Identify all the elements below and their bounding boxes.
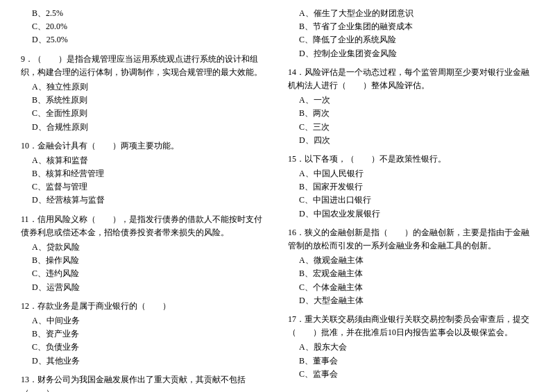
question-16-title: 16．狭义的金融创新是指（ ）的金融创新，主要是指由于金融管制的放松而引发的一系… <box>288 226 534 253</box>
question-17: 17．重大关联交易须由商业银行关联交易控制委员会审查后，提交（ ）批准，并在批准… <box>288 313 534 381</box>
q12-option-d: D、其他业务 <box>21 355 267 368</box>
q15-option-a: A、中国人民银行 <box>288 167 534 180</box>
q13-option-d: D、控制企业集团资金风险 <box>288 47 534 60</box>
question-13: 13．财务公司为我国金融发展作出了重大贡献，其贡献不包括（ ） <box>21 373 267 392</box>
q10-option-d: D、经营核算与监督 <box>21 194 267 207</box>
q12-option-c: C、负债业务 <box>21 341 267 354</box>
question-16: 16．狭义的金融创新是指（ ）的金融创新，主要是指由于金融管制的放松而引发的一系… <box>288 226 534 307</box>
q15-option-d: D、中国农业发展银行 <box>288 207 534 221</box>
question-15: 15．以下各项，（ ）不是政策性银行。 A、中国人民银行 B、国家开发银行 C、… <box>288 153 534 221</box>
q13-option-c: C、降低了企业的系统风险 <box>288 33 534 46</box>
option-b-25: B、2.5% <box>21 7 267 20</box>
q9-option-a: A、独立性原则 <box>21 80 267 94</box>
q16-option-d: D、大型金融主体 <box>288 294 534 307</box>
question-14-title: 14．风险评估是一个动态过程，每个监管周期至少要对银行业金融机构法人进行（ ）整… <box>288 66 534 92</box>
q17-option-c: C、监事会 <box>288 368 534 381</box>
q9-option-d: D、合规性原则 <box>21 121 267 134</box>
q10-option-c: C、监督与管理 <box>21 180 267 194</box>
q11-option-a: A、贷款风险 <box>21 241 267 254</box>
question-11-title: 11．信用风险义称（ ），是指发行债券的借款人不能按时支付债券利息或偿还本金，招… <box>21 213 267 239</box>
q14-option-d: D、四次 <box>288 134 534 147</box>
q13-option-b: B、节省了企业集团的融资成本 <box>288 20 534 33</box>
q10-option-b: B、核算和经营管理 <box>21 167 267 180</box>
q10-option-a: A、核算和监督 <box>21 154 267 167</box>
q14-option-b: B、两次 <box>288 107 534 120</box>
q14-option-a: A、一次 <box>288 94 534 107</box>
q15-option-b: B、国家开发银行 <box>288 180 534 194</box>
option-c-200: C、20.0% <box>21 20 267 33</box>
question-9-title: 9．（ ）是指合规管理应当运用系统观点进行系统的设计和组织，构建合理的运行体制，… <box>21 53 267 79</box>
option-d-250: D、25.0% <box>21 33 267 46</box>
question-13-options: A、催生了大型企业的财团意识 B、节省了企业集团的融资成本 C、降低了企业的系统… <box>288 7 534 60</box>
q16-option-a: A、微观金融主体 <box>288 254 534 267</box>
question-13-title: 13．财务公司为我国金融发展作出了重大贡献，其贡献不包括（ ） <box>21 373 267 392</box>
q11-option-c: C、违约风险 <box>21 267 267 280</box>
question-11: 11．信用风险义称（ ），是指发行债券的借款人不能按时支付债券利息或偿还本金，招… <box>21 213 267 294</box>
q16-option-b: B、宏观金融主体 <box>288 267 534 280</box>
q15-option-c: C、中国进出口银行 <box>288 194 534 207</box>
prev-question-options: B、2.5% C、20.0% D、25.0% <box>21 7 267 47</box>
q11-option-d: D、运营风险 <box>21 281 267 294</box>
right-column: A、催生了大型企业的财团意识 B、节省了企业集团的融资成本 C、降低了企业的系统… <box>278 7 534 392</box>
q13-option-a: A、催生了大型企业的财团意识 <box>288 7 534 20</box>
question-14: 14．风险评估是一个动态过程，每个监管周期至少要对银行业金融机构法人进行（ ）整… <box>288 66 534 147</box>
q17-option-a: A、股东大会 <box>288 341 534 354</box>
q11-option-b: B、操作风险 <box>21 254 267 267</box>
question-10-title: 10．金融会计具有（ ）两项主要功能。 <box>21 139 267 153</box>
q9-option-c: C、全面性原则 <box>21 107 267 120</box>
question-12: 12．存款业务是属于商业银行的（ ） A、中间业务 B、资产业务 C、负债业务 … <box>21 300 267 368</box>
question-17-title: 17．重大关联交易须由商业银行关联交易控制委员会审查后，提交（ ）批准，并在批准… <box>288 313 534 339</box>
q12-option-b: B、资产业务 <box>21 327 267 341</box>
left-column: B、2.5% C、20.0% D、25.0% 9．（ ）是指合规管理应当运用系统… <box>21 7 278 392</box>
q14-option-c: C、三次 <box>288 121 534 134</box>
question-9: 9．（ ）是指合规管理应当运用系统观点进行系统的设计和组织，构建合理的运行体制，… <box>21 53 267 134</box>
q12-option-a: A、中间业务 <box>21 314 267 327</box>
q9-option-b: B、系统性原则 <box>21 94 267 107</box>
question-15-title: 15．以下各项，（ ）不是政策性银行。 <box>288 153 534 166</box>
question-10: 10．金融会计具有（ ）两项主要功能。 A、核算和监督 B、核算和经营管理 C、… <box>21 139 267 207</box>
q17-option-b: B、董事会 <box>288 355 534 368</box>
q16-option-c: C、个体金融主体 <box>288 281 534 294</box>
question-12-title: 12．存款业务是属于商业银行的（ ） <box>21 300 267 313</box>
